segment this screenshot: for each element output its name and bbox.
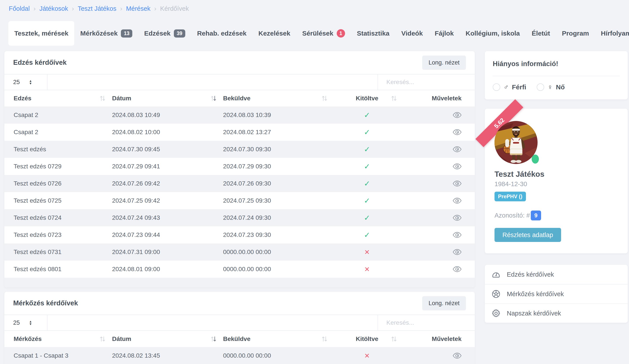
tab-kezel-sek[interactable]: Kezelések — [253, 21, 296, 46]
gender-option-male[interactable]: ♂Férfi — [493, 83, 526, 91]
cell-submitted: 2024.07.23 09:30 — [223, 231, 334, 238]
card-header: Mérkőzés kérdőívekLong. nézet — [4, 292, 475, 315]
eye-icon[interactable] — [453, 249, 462, 255]
page-size-select[interactable]: 25▲▼ — [4, 75, 47, 90]
eye-icon[interactable] — [453, 163, 462, 170]
player-id-badge: 9 — [531, 210, 541, 220]
breadcrumb-item[interactable]: Teszt Játékos — [78, 5, 117, 12]
cross-icon: ✕ — [364, 266, 370, 273]
gear-icon — [491, 309, 501, 318]
breadcrumb-item: Kérdőívek — [160, 5, 189, 12]
tab-label: Program — [562, 30, 589, 37]
detailed-profile-button[interactable]: Részletes adatlap — [494, 228, 561, 242]
incomplete-info-panel: Hiányos információ! ♂Férfi♀Nő — [485, 51, 628, 99]
tab-m-rk-z-sek[interactable]: Mérkőzések13 — [74, 21, 138, 46]
eye-icon[interactable] — [453, 266, 462, 272]
page-size-select[interactable]: 25▲▼ — [4, 315, 47, 330]
search-input[interactable] — [378, 75, 475, 90]
breadcrumb-item[interactable]: Főoldal — [9, 5, 30, 12]
tab-label: Hírfolyam — [601, 30, 629, 37]
column-header-2[interactable]: Dátum — [112, 336, 223, 343]
tab-statisztika[interactable]: Statisztika — [351, 21, 395, 46]
breadcrumb-separator: › — [72, 5, 74, 12]
column-header-2[interactable]: Dátum — [112, 95, 223, 102]
menu-item-napszak-k-rd-vek[interactable]: Napszak kérdőívek — [485, 303, 628, 323]
tab-edz-sek[interactable]: Edzések39 — [138, 21, 191, 46]
tab-f-jlok[interactable]: Fájlok — [429, 21, 460, 46]
check-icon: ✓ — [364, 145, 370, 154]
menu-item-edz-s-k-rd-vek[interactable]: Edzés kérdőívek — [485, 265, 628, 284]
cell-name: Csapat 1 - Csapat 3 — [4, 352, 112, 359]
column-header-3[interactable]: Beküldve — [223, 336, 334, 343]
tab-tesztek-m-r-sek[interactable]: Tesztek, mérések — [8, 21, 74, 46]
tab-vide-k[interactable]: Videók — [395, 21, 429, 46]
tab-bar: Tesztek, mérésekMérkőzések13Edzések39Reh… — [8, 21, 629, 46]
eye-icon[interactable] — [453, 198, 462, 204]
column-header-3[interactable]: Beküldve — [223, 95, 334, 102]
tab-count-badge: 39 — [174, 29, 185, 38]
cell-submitted: 0000.00.00 00:00 — [223, 249, 334, 256]
table-row: Teszt edzés 07312024.07.31 09:000000.00.… — [4, 244, 475, 261]
table-header-row: Edzés Dátum Beküldve Kitöltve Műveletek — [4, 90, 475, 106]
column-header-4[interactable]: Kitöltve — [334, 336, 400, 343]
cell-date: 2024.07.30 09:45 — [112, 146, 223, 153]
eye-icon[interactable] — [453, 129, 462, 135]
cell-name: Teszt edzés 0729 — [4, 163, 112, 170]
select-spinner-icon: ▲▼ — [29, 320, 32, 325]
eye-icon[interactable] — [453, 232, 462, 238]
filter-spacer — [47, 75, 378, 90]
tab-count-badge: 13 — [121, 29, 132, 38]
check-icon: ✓ — [364, 111, 370, 119]
menu-item-label: Edzés kérdőívek — [507, 271, 554, 278]
tab-label: Videók — [401, 30, 423, 37]
eye-icon[interactable] — [453, 181, 462, 186]
menu-item-m-rk-z-s-k-rd-vek[interactable]: Mérkőzés kérdőívek — [485, 284, 628, 303]
cell-name: Teszt edzés 0731 — [4, 249, 112, 256]
radio-button[interactable] — [493, 84, 500, 91]
card-title: Edzés kérdőívek — [13, 59, 67, 67]
cell-date: 2024.07.26 09:42 — [112, 180, 223, 187]
online-status-dot — [532, 155, 539, 164]
tab-label: Fájlok — [435, 30, 454, 37]
cross-icon: ✕ — [364, 352, 370, 360]
column-header-1[interactable]: Edzés — [4, 95, 112, 102]
cell-name: Teszt edzés 0724 — [4, 214, 112, 221]
long-view-button[interactable]: Long. nézet — [422, 296, 466, 310]
table-filter-row: 25▲▼ — [4, 315, 475, 331]
gender-option-female[interactable]: ♀Nő — [537, 83, 565, 91]
eye-icon[interactable] — [453, 112, 462, 118]
table-row: Teszt edzés 07292024.07.29 09:412024.07.… — [4, 158, 475, 175]
table-row: Teszt edzés 08012024.08.01 09:000000.00.… — [4, 261, 475, 278]
radio-button[interactable] — [537, 84, 544, 91]
check-icon: ✓ — [364, 213, 370, 222]
sort-icon — [100, 95, 106, 102]
player-birthdate: 1984-12-30 — [494, 181, 618, 188]
cell-date: 2024.07.25 09:42 — [112, 197, 223, 204]
tab-h-rfolyam[interactable]: Hírfolyam2 — [595, 21, 629, 46]
gender-label: Férfi — [512, 84, 526, 91]
eye-icon[interactable] — [453, 215, 462, 221]
breadcrumb-item[interactable]: Mérések — [126, 5, 150, 12]
long-view-button[interactable]: Long. nézet — [422, 56, 466, 70]
column-header-1[interactable]: Mérkőzés — [4, 336, 112, 343]
tab-program[interactable]: Program — [556, 21, 595, 46]
cell-submitted: 2024.08.03 10:39 — [223, 111, 334, 119]
cross-icon: ✕ — [364, 248, 370, 256]
column-header-label: Beküldve — [223, 95, 251, 102]
breadcrumb-item[interactable]: Játékosok — [39, 5, 68, 12]
tab--let-t[interactable]: Életút — [526, 21, 556, 46]
sort-icon — [100, 336, 106, 343]
search-input[interactable] — [378, 315, 475, 330]
tab-koll-gium-iskola[interactable]: Kollégium, iskola — [460, 21, 526, 46]
tab-rehab-edz-sek[interactable]: Rehab. edzések — [191, 21, 253, 46]
cell-filled: ✕ — [334, 266, 400, 273]
cell-actions — [400, 129, 475, 135]
eye-icon[interactable] — [453, 353, 462, 359]
cell-name: Csapat 2 — [4, 129, 112, 136]
sort-icon — [321, 95, 327, 102]
column-header-4[interactable]: Kitöltve — [334, 95, 400, 102]
cell-submitted: 2024.08.02 13:27 — [223, 129, 334, 136]
column-header-label: Kitöltve — [356, 336, 378, 343]
eye-icon[interactable] — [453, 146, 462, 152]
tab-s-r-l-sek[interactable]: Sérülések1 — [296, 21, 351, 46]
